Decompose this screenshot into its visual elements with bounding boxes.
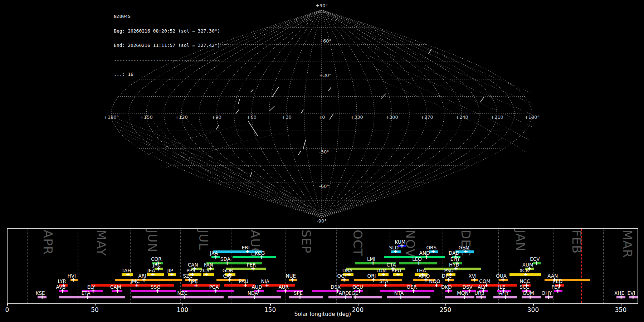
- shower-peak-marker: +: [556, 288, 560, 294]
- shower-peak-marker: +: [214, 254, 218, 260]
- shower-peak-marker: +: [86, 294, 89, 300]
- shower-peak-marker: +: [447, 288, 450, 294]
- axis-tick-label: 100: [177, 306, 188, 313]
- shower-peak-marker: +: [72, 277, 75, 283]
- shower-peak-marker: +: [151, 272, 155, 278]
- shower-peak-marker: +: [381, 272, 385, 278]
- month-label: APR: [41, 230, 55, 255]
- shower-bar: [445, 296, 474, 298]
- shower-peak-marker: +: [417, 260, 420, 266]
- shower-peak-marker: +: [61, 288, 64, 294]
- month-gridline: [78, 229, 78, 303]
- shower-bar: [328, 296, 352, 298]
- axis-tick: [7, 303, 8, 306]
- shower-peak-marker: +: [298, 294, 302, 300]
- shower-peak-marker: +: [464, 249, 468, 255]
- shower-peak-marker: +: [244, 282, 247, 288]
- shower-bar: [353, 296, 381, 298]
- x-axis-label: Solar longitude (deg): [294, 311, 351, 317]
- shower-peak-marker: +: [501, 277, 505, 283]
- axis-tick: [270, 303, 271, 306]
- month-label: JUL: [196, 230, 211, 250]
- axis-tick-label: 50: [91, 306, 99, 313]
- axis-tick-label: 200: [352, 306, 364, 313]
- shower-bar: [312, 290, 340, 292]
- shower-peak-marker: +: [447, 277, 450, 283]
- shower-peak-marker: +: [524, 272, 528, 278]
- month-label: MAR: [620, 230, 635, 258]
- shower-peak-marker: +: [265, 282, 269, 288]
- shower-peak-marker: +: [435, 282, 438, 288]
- shower-peak-marker: +: [182, 294, 186, 300]
- axis-tick: [95, 303, 96, 306]
- shower-bar: [131, 290, 176, 292]
- month-label: OCT: [351, 230, 365, 256]
- shower-peak-marker: +: [157, 266, 160, 272]
- shower-peak-marker: +: [479, 294, 483, 300]
- shower-bar: [147, 273, 164, 276]
- shower-peak-marker: +: [347, 272, 351, 278]
- axis-tick-label: 300: [527, 306, 539, 313]
- shower-peak-marker: +: [473, 277, 476, 283]
- shower-peak-marker: +: [371, 260, 375, 266]
- month-gridline: [603, 229, 604, 303]
- shower-peak-marker: +: [424, 254, 428, 260]
- shower-peak-marker: +: [194, 282, 198, 288]
- shower-bar: [224, 284, 255, 287]
- shower-peak-marker: +: [225, 260, 229, 266]
- shower-peak-marker: +: [214, 288, 218, 294]
- axis-tick: [621, 303, 621, 306]
- shower-peak-marker: +: [91, 288, 95, 294]
- shower-bar: [380, 290, 434, 292]
- shower-bar: [289, 296, 323, 298]
- shower-activity-chart: Solar longitude (deg) APRMAYJUNJULAUGSEP…: [0, 0, 644, 322]
- shower-peak-marker: +: [284, 288, 287, 294]
- shower-bar: [59, 296, 125, 298]
- shower-peak-marker: +: [431, 249, 435, 255]
- shower-peak-marker: +: [396, 272, 400, 278]
- shower-bar: [354, 279, 402, 281]
- axis-tick: [445, 303, 446, 306]
- axis-tick-label: 0: [5, 306, 9, 313]
- shower-peak-marker: +: [246, 249, 249, 255]
- shower-bar: [91, 284, 174, 287]
- current-sol-line: [581, 229, 582, 303]
- axis-tick: [533, 303, 534, 306]
- shower-peak-marker: +: [342, 277, 346, 283]
- shower-peak-marker: +: [504, 294, 507, 300]
- month-label: MAY: [94, 230, 108, 256]
- axis-tick: [182, 303, 183, 306]
- shower-peak-marker: +: [228, 277, 231, 283]
- shower-peak-marker: +: [291, 277, 294, 283]
- shower-bar: [340, 284, 412, 287]
- month-label: SEP: [299, 230, 313, 254]
- shower-peak-marker: +: [535, 260, 538, 266]
- axis-tick: [358, 303, 358, 306]
- shower-peak-marker: +: [253, 294, 256, 300]
- shower-peak-marker: +: [400, 243, 404, 249]
- shower-peak-marker: +: [412, 288, 415, 294]
- shower-peak-marker: +: [251, 266, 255, 272]
- shower-bar: [182, 290, 235, 292]
- shower-bar: [115, 279, 182, 281]
- shower-peak-marker: +: [170, 272, 174, 278]
- shower-peak-marker: +: [353, 294, 357, 300]
- shower-peak-marker: +: [135, 282, 138, 288]
- month-label: JUN: [145, 230, 160, 252]
- shower-peak-marker: +: [156, 288, 159, 294]
- shower-bar: [415, 284, 442, 287]
- shower-peak-marker: +: [424, 277, 428, 283]
- shower-bar: [132, 296, 224, 298]
- shower-peak-marker: +: [126, 272, 130, 278]
- shower-bar: [233, 256, 276, 258]
- month-gridline: [443, 229, 443, 303]
- month-gridline: [130, 229, 131, 303]
- shower-peak-marker: +: [40, 294, 44, 300]
- shower-peak-marker: +: [528, 294, 532, 300]
- shower-peak-marker: +: [454, 266, 458, 272]
- axis-tick-label: 350: [615, 306, 626, 313]
- month-gridline: [27, 229, 28, 303]
- shower-peak-marker: +: [547, 294, 550, 300]
- axis-tick-label: 250: [440, 306, 451, 313]
- shower-peak-marker: +: [463, 294, 466, 300]
